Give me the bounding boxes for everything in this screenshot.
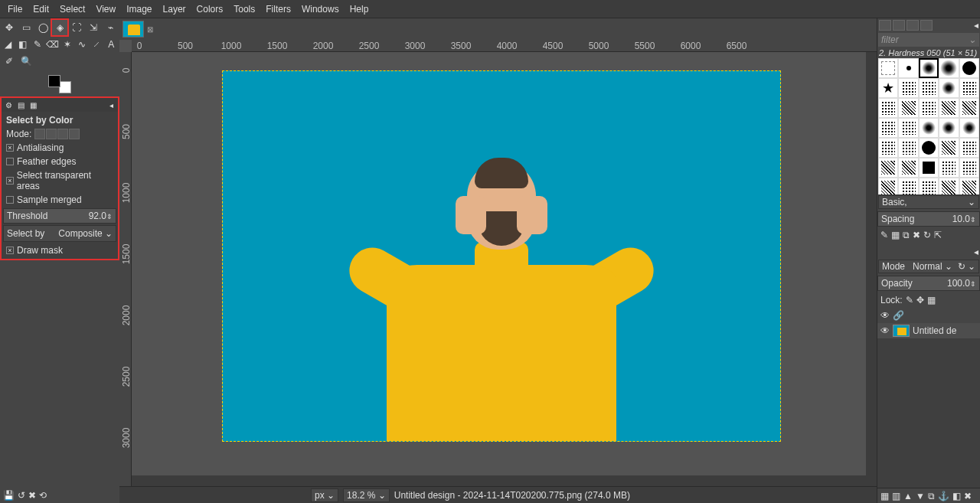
brush-preset-dropdown[interactable]: Basic, ⌄: [878, 195, 979, 209]
brush-filter-input[interactable]: filter ⌄: [878, 33, 979, 47]
brushes-tab-icon[interactable]: [879, 20, 891, 31]
open-as-image-icon[interactable]: ⇱: [934, 230, 942, 240]
sample-merged-checkbox[interactable]: Sample merged: [3, 193, 116, 207]
brush-item[interactable]: [959, 158, 979, 178]
lock-position-icon[interactable]: ✥: [916, 295, 924, 305]
select-by-color-tool-icon[interactable]: ◈: [52, 20, 67, 35]
brush-item[interactable]: [898, 118, 918, 138]
brush-item[interactable]: [919, 78, 939, 98]
clone-tool-icon[interactable]: ✶: [60, 37, 74, 52]
mode-replace-icon[interactable]: [34, 129, 45, 139]
layer-item[interactable]: 👁 Untitled de: [877, 323, 980, 338]
stepper-icon[interactable]: ⇕: [970, 216, 976, 224]
layer-visibility-icon[interactable]: 👁: [880, 325, 890, 336]
warp-tool-icon[interactable]: ⌁: [103, 20, 118, 35]
menu-view[interactable]: View: [91, 2, 120, 16]
brush-item[interactable]: [898, 178, 918, 194]
brush-item[interactable]: [959, 178, 979, 194]
edit-brush-icon[interactable]: ✎: [880, 230, 888, 240]
undo-history-tab-icon[interactable]: ▦: [28, 100, 38, 110]
brush-item[interactable]: [898, 98, 918, 118]
panel-menu-icon[interactable]: ◂: [106, 100, 116, 110]
brush-item[interactable]: [919, 98, 939, 118]
pencil-tool-icon[interactable]: ✎: [31, 37, 44, 52]
menu-filters[interactable]: Filters: [261, 2, 296, 16]
lock-pixels-icon[interactable]: ✎: [906, 295, 913, 305]
stepper-icon[interactable]: ⇕: [970, 280, 976, 288]
zoom-tool-icon[interactable]: 🔍: [18, 54, 34, 69]
brush-item[interactable]: [939, 138, 959, 158]
brush-item[interactable]: [959, 98, 979, 118]
antialiasing-checkbox[interactable]: Antialiasing: [3, 141, 116, 155]
brush-item[interactable]: [939, 158, 959, 178]
panel-menu-icon[interactable]: ◂: [974, 20, 978, 31]
mode-intersect-icon[interactable]: [69, 129, 80, 139]
brush-item[interactable]: [919, 178, 939, 194]
brush-item[interactable]: [878, 158, 898, 178]
zoom-selector[interactable]: 18.2 % ⌄: [343, 488, 390, 502]
brush-item[interactable]: [919, 118, 939, 138]
device-status-tab-icon[interactable]: ▤: [15, 100, 26, 110]
brush-item[interactable]: [919, 158, 939, 178]
transparent-checkbox[interactable]: Select transparent areas: [3, 168, 116, 193]
image-tab[interactable]: [122, 21, 144, 38]
brush-item[interactable]: [939, 78, 959, 98]
color-swatch[interactable]: [48, 75, 71, 93]
brush-item[interactable]: [898, 58, 918, 78]
menu-windows[interactable]: Windows: [297, 2, 344, 16]
raise-layer-icon[interactable]: ▲: [903, 491, 913, 501]
blend-mode-dropdown[interactable]: Mode Normal ⌄ ↻ ⌄: [878, 260, 979, 273]
menu-image[interactable]: Image: [122, 2, 156, 16]
brush-item[interactable]: [878, 98, 898, 118]
brush-item[interactable]: [878, 138, 898, 158]
brush-item[interactable]: [878, 58, 898, 78]
duplicate-layer-icon[interactable]: ⧉: [928, 491, 935, 501]
brush-item[interactable]: [919, 58, 939, 78]
brush-item[interactable]: [939, 178, 959, 194]
restore-preset-icon[interactable]: ↺: [18, 490, 25, 501]
threshold-slider[interactable]: Threshold 92.0⇕: [3, 208, 116, 224]
selectby-dropdown[interactable]: Select by Composite ⌄: [3, 225, 116, 242]
brush-item[interactable]: [878, 118, 898, 138]
layer-group-icon[interactable]: ▥: [892, 491, 900, 501]
brush-item[interactable]: [898, 138, 918, 158]
feather-checkbox[interactable]: Feather edges: [3, 155, 116, 168]
menu-select[interactable]: Select: [55, 2, 90, 16]
vertical-scrollbar[interactable]: [866, 52, 877, 486]
color-picker-tool-icon[interactable]: ✐: [2, 54, 17, 69]
canvas[interactable]: [132, 52, 877, 486]
smudge-tool-icon[interactable]: ∿: [75, 37, 88, 52]
mode-add-icon[interactable]: [46, 129, 57, 139]
rect-select-tool-icon[interactable]: ▭: [18, 20, 34, 35]
new-layer-icon[interactable]: ▦: [880, 491, 889, 501]
brush-item[interactable]: [959, 78, 979, 98]
mode-subtract-icon[interactable]: [57, 129, 68, 139]
new-brush-icon[interactable]: ▦: [891, 230, 900, 240]
brush-item[interactable]: [959, 138, 979, 158]
menu-edit[interactable]: Edit: [28, 2, 54, 16]
transform-tool-icon[interactable]: ⇲: [86, 20, 101, 35]
history-tab-icon[interactable]: [920, 20, 933, 31]
bucket-tool-icon[interactable]: ◢: [2, 37, 15, 52]
link-icon[interactable]: 🔗: [893, 310, 904, 321]
brush-item[interactable]: [959, 58, 979, 78]
draw-mask-checkbox[interactable]: Draw mask: [3, 243, 116, 257]
brush-item[interactable]: [939, 118, 959, 138]
brush-item[interactable]: [959, 118, 979, 138]
gradient-tool-icon[interactable]: ◧: [16, 37, 29, 52]
layer-thumbnail[interactable]: [893, 325, 910, 337]
patterns-tab-icon[interactable]: [893, 20, 905, 31]
eye-icon[interactable]: 👁: [880, 310, 890, 321]
brush-item[interactable]: [919, 138, 939, 158]
brush-item[interactable]: [878, 178, 898, 194]
path-tool-icon[interactable]: ⟋: [90, 37, 103, 52]
lower-layer-icon[interactable]: ▼: [916, 491, 925, 501]
horizontal-scrollbar[interactable]: [132, 475, 866, 486]
close-tab-icon[interactable]: ⊠: [147, 25, 153, 34]
opacity-slider[interactable]: Opacity 100.0⇕: [877, 276, 980, 291]
menu-colors[interactable]: Colors: [192, 2, 228, 16]
menu-file[interactable]: File: [3, 2, 27, 16]
menu-help[interactable]: Help: [345, 2, 374, 16]
delete-layer-icon[interactable]: ✖: [964, 491, 972, 501]
bg-color-swatch[interactable]: [59, 81, 71, 93]
